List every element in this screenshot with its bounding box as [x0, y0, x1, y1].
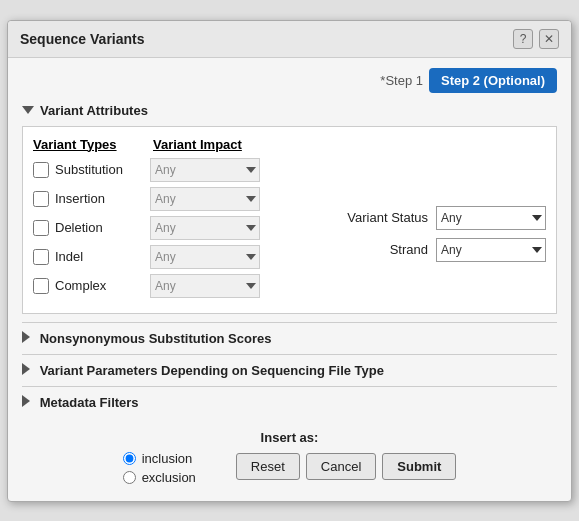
select-deletion[interactable]: Any — [150, 216, 260, 240]
checkbox-indel[interactable] — [33, 249, 49, 265]
cancel-button[interactable]: Cancel — [306, 453, 376, 480]
dialog-body: *Step 1 Step 2 (Optional) Variant Attrib… — [8, 58, 571, 501]
col-header-type: Variant Types — [33, 137, 153, 152]
radio-exclusion-row: exclusion — [123, 470, 196, 485]
label-insertion: Insertion — [55, 191, 150, 206]
action-buttons: Reset Cancel Submit — [236, 451, 457, 480]
select-wrapper-variant-status: Any — [436, 206, 546, 230]
close-icon: ✕ — [544, 32, 554, 46]
variant-attributes-section: Variant Attributes Variant Types Variant… — [22, 103, 557, 314]
select-indel[interactable]: Any — [150, 245, 260, 269]
strand-row: Strand Any — [338, 238, 546, 262]
help-icon-button[interactable]: ? — [513, 29, 533, 49]
close-icon-button[interactable]: ✕ — [539, 29, 559, 49]
dialog-title: Sequence Variants — [20, 31, 145, 47]
radio-group: inclusion exclusion — [123, 451, 196, 485]
select-wrapper-strand: Any — [436, 238, 546, 262]
select-wrapper-deletion: Any — [150, 216, 260, 240]
strand-label: Strand — [338, 242, 428, 257]
select-wrapper-complex: Any — [150, 274, 260, 298]
label-complex: Complex — [55, 278, 150, 293]
variant-row-deletion: Deletion Any — [33, 216, 318, 240]
section-variant-parameters[interactable]: Variant Parameters Depending on Sequenci… — [22, 354, 557, 386]
select-wrapper-indel: Any — [150, 245, 260, 269]
checkbox-deletion[interactable] — [33, 220, 49, 236]
select-substitution[interactable]: Any — [150, 158, 260, 182]
variant-table: Variant Types Variant Impact Substitutio… — [33, 137, 546, 303]
checkbox-substitution[interactable] — [33, 162, 49, 178]
select-insertion[interactable]: Any — [150, 187, 260, 211]
variant-status-row: Variant Status Any — [338, 206, 546, 230]
expand-triangle-variant-parameters-icon — [22, 363, 30, 375]
radio-inclusion-row: inclusion — [123, 451, 196, 466]
select-wrapper-insertion: Any — [150, 187, 260, 211]
expand-triangle-metadata-icon — [22, 395, 30, 407]
submit-button[interactable]: Submit — [382, 453, 456, 480]
column-headers: Variant Types Variant Impact — [33, 137, 318, 152]
step2-button[interactable]: Step 2 (Optional) — [429, 68, 557, 93]
variant-attributes-header: Variant Attributes — [22, 103, 557, 118]
sequence-variants-dialog: Sequence Variants ? ✕ *Step 1 Step 2 (Op… — [7, 20, 572, 502]
header-icons: ? ✕ — [513, 29, 559, 49]
variant-attributes-label: Variant Attributes — [40, 103, 148, 118]
select-variant-status[interactable]: Any — [436, 206, 546, 230]
checkbox-insertion[interactable] — [33, 191, 49, 207]
col-header-impact: Variant Impact — [153, 137, 242, 152]
variant-right-col: Variant Status Any Strand — [338, 137, 546, 303]
select-wrapper-substitution: Any — [150, 158, 260, 182]
label-substitution: Substitution — [55, 162, 150, 177]
variant-attributes-box: Variant Types Variant Impact Substitutio… — [22, 126, 557, 314]
select-strand[interactable]: Any — [436, 238, 546, 262]
select-complex[interactable]: Any — [150, 274, 260, 298]
variant-row-substitution: Substitution Any — [33, 158, 318, 182]
radio-inclusion[interactable] — [123, 452, 136, 465]
step1-label: *Step 1 — [380, 73, 423, 88]
collapse-triangle-icon[interactable] — [22, 106, 34, 114]
radio-exclusion[interactable] — [123, 471, 136, 484]
dialog-header: Sequence Variants ? ✕ — [8, 21, 571, 58]
radio-exclusion-label: exclusion — [142, 470, 196, 485]
checkbox-complex[interactable] — [33, 278, 49, 294]
variant-row-insertion: Insertion Any — [33, 187, 318, 211]
section-variant-parameters-label: Variant Parameters Depending on Sequenci… — [40, 363, 384, 378]
reset-button[interactable]: Reset — [236, 453, 300, 480]
section-metadata-filters-label: Metadata Filters — [40, 395, 139, 410]
steps-bar: *Step 1 Step 2 (Optional) — [22, 68, 557, 93]
expand-triangle-nonsynonymous-icon — [22, 331, 30, 343]
radio-inclusion-label: inclusion — [142, 451, 193, 466]
help-icon: ? — [520, 32, 527, 46]
section-nonsynonymous-label: Nonsynonymous Substitution Scores — [40, 331, 272, 346]
variant-row-indel: Indel Any — [33, 245, 318, 269]
bottom-area: Insert as: inclusion exclusion Reset Can… — [22, 418, 557, 491]
section-metadata-filters[interactable]: Metadata Filters — [22, 386, 557, 418]
label-deletion: Deletion — [55, 220, 150, 235]
section-nonsynonymous[interactable]: Nonsynonymous Substitution Scores — [22, 322, 557, 354]
variant-left-col: Variant Types Variant Impact Substitutio… — [33, 137, 318, 303]
insert-as-label: Insert as: — [261, 430, 319, 445]
bottom-controls: inclusion exclusion Reset Cancel Submit — [123, 451, 457, 485]
variant-status-label: Variant Status — [338, 210, 428, 225]
variant-row-complex: Complex Any — [33, 274, 318, 298]
label-indel: Indel — [55, 249, 150, 264]
